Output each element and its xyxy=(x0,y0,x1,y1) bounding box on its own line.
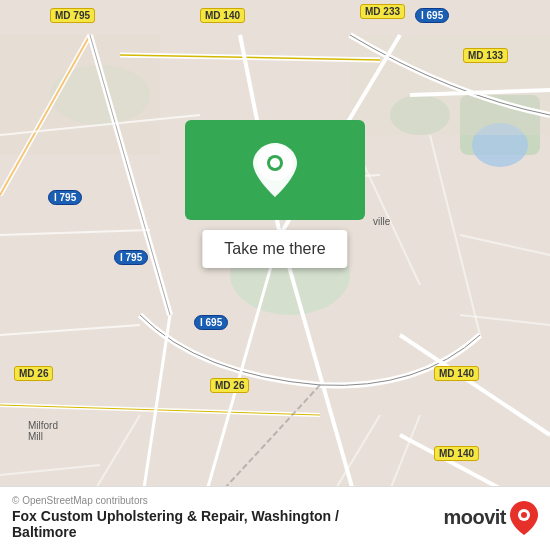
road-label-i695-mid: I 695 xyxy=(194,315,228,330)
road-label-i695-top: I 695 xyxy=(415,8,449,23)
svg-point-42 xyxy=(521,512,527,518)
map-container: MD 795 MD 140 MD 233 I 695 MD 133 I 795 … xyxy=(0,0,550,550)
road-label-md26-mid: MD 26 xyxy=(210,378,249,393)
road-label-i795-mid: I 795 xyxy=(48,190,82,205)
moovit-logo: moovit xyxy=(443,501,538,535)
pin-highlight-area xyxy=(185,120,365,220)
moovit-text: moovit xyxy=(443,506,506,529)
svg-point-40 xyxy=(270,158,280,168)
location-pin-icon xyxy=(253,143,297,197)
town-label-ville: ville xyxy=(373,216,390,227)
moovit-pin-icon xyxy=(510,501,538,535)
road-label-md140-bottom: MD 140 xyxy=(434,446,479,461)
info-left: © OpenStreetMap contributors Fox Custom … xyxy=(12,495,339,540)
road-label-i795-lower: I 795 xyxy=(114,250,148,265)
town-label-milford-mill: MilfordMill xyxy=(28,420,58,442)
road-label-md795-top: MD 795 xyxy=(50,8,95,23)
info-bar: © OpenStreetMap contributors Fox Custom … xyxy=(0,486,550,550)
road-label-md133: MD 133 xyxy=(463,48,508,63)
road-label-md140-lower: MD 140 xyxy=(434,366,479,381)
take-me-there-button[interactable]: Take me there xyxy=(202,230,347,268)
business-name: Fox Custom Upholstering & Repair, Washin… xyxy=(12,508,339,540)
road-label-md26-left: MD 26 xyxy=(14,366,53,381)
copyright-text: © OpenStreetMap contributors xyxy=(12,495,339,506)
road-label-md233: MD 233 xyxy=(360,4,405,19)
road-label-md140-top: MD 140 xyxy=(200,8,245,23)
